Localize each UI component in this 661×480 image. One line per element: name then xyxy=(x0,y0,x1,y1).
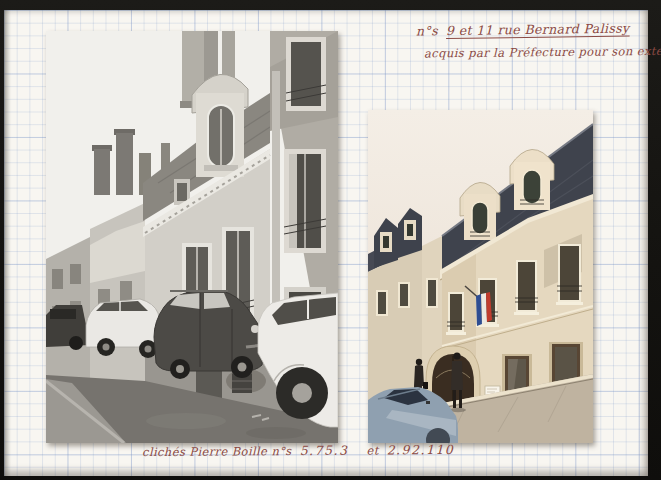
annotation-acquisition: acquis par la Préfecture pour son extens… xyxy=(424,44,661,61)
address-prefix: n°s xyxy=(416,23,438,38)
photo-before-bw xyxy=(46,31,338,443)
address-text: 9 et 11 rue Bernard Palissy xyxy=(446,21,630,39)
scanned-archive-page: n°s9 et 11 rue Bernard Palissy acquis pa… xyxy=(0,0,661,480)
credit-prefix: clichés Pierre Boille n°s xyxy=(142,444,292,459)
negative-number-1: 5.75.3 xyxy=(300,443,349,458)
curved-dormer xyxy=(192,74,248,177)
curved-dormer-right xyxy=(510,149,554,210)
credit-conjunction: et xyxy=(366,443,378,457)
negative-number-2: 2.92.110 xyxy=(387,442,455,457)
photo-after-color xyxy=(368,110,593,443)
annotation-address: n°s9 et 11 rue Bernard Palissy xyxy=(416,21,630,39)
color-facade-scene xyxy=(368,110,593,443)
bw-street-scene xyxy=(46,31,338,443)
curved-dormer-left xyxy=(460,182,500,240)
annotation-photo-credits: clichés Pierre Boille n°s5.75.3et2.92.11… xyxy=(142,442,454,459)
